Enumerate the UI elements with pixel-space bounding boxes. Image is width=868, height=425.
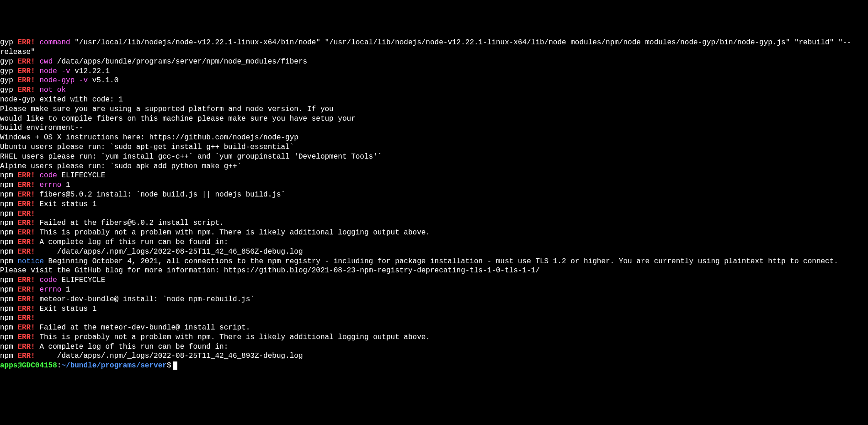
terminal-segment: ELIFECYCLE bbox=[57, 276, 106, 284]
terminal-segment: npm bbox=[0, 257, 17, 266]
terminal-segment: ERR! bbox=[17, 276, 35, 284]
terminal-segment: /data/apps/bundle/programs/server/npm/no… bbox=[53, 58, 307, 66]
terminal-segment: fibers@5.0.2 install: `node build.js || … bbox=[35, 191, 285, 199]
terminal-segment: Exit status 1 bbox=[35, 305, 96, 313]
terminal-segment: A complete log of this run can be found … bbox=[35, 343, 228, 351]
terminal-segment: ERR! bbox=[17, 219, 35, 227]
terminal-segment: Windows + OS X instructions here: https:… bbox=[0, 133, 298, 142]
terminal-segment: node-gyp exited with code: 1 bbox=[0, 96, 123, 104]
terminal-segment: ERR! bbox=[17, 248, 35, 256]
terminal-segment: ERR! bbox=[17, 38, 35, 47]
terminal-segment: gyp bbox=[0, 67, 17, 75]
terminal-segment: ERR! bbox=[17, 171, 35, 180]
terminal-segment: Failed at the meteor-dev-bundle@ install… bbox=[35, 324, 250, 332]
prompt-symbol: $ bbox=[167, 361, 171, 370]
terminal-segment: npm bbox=[0, 219, 17, 227]
terminal-output[interactable]: gyp ERR! command "/usr/local/lib/nodejs/… bbox=[0, 38, 868, 371]
terminal-segment: cwd bbox=[39, 58, 53, 66]
terminal-segment bbox=[35, 38, 40, 47]
terminal-segment: node -v bbox=[39, 67, 70, 75]
terminal-segment: Exit status 1 bbox=[35, 200, 96, 208]
terminal-segment: ERR! bbox=[17, 324, 35, 332]
terminal-segment bbox=[35, 86, 40, 94]
terminal-line: npm ERR! /data/apps/.npm/_logs/2022-08-2… bbox=[0, 247, 868, 257]
terminal-segment: ERR! bbox=[17, 86, 35, 94]
terminal-segment: errno bbox=[39, 181, 61, 189]
terminal-line: npm ERR! Exit status 1 bbox=[0, 304, 868, 314]
terminal-segment: /data/apps/.npm/_logs/2022-08-25T11_42_4… bbox=[35, 248, 303, 256]
terminal-line: npm ERR! code ELIFECYCLE bbox=[0, 171, 868, 181]
terminal-segment: Failed at the fibers@5.0.2 install scrip… bbox=[35, 219, 224, 227]
terminal-line: Windows + OS X instructions here: https:… bbox=[0, 133, 868, 143]
terminal-line: Alpine users please run: `sudo apk add p… bbox=[0, 162, 868, 171]
terminal-segment: node-gyp -v bbox=[39, 76, 88, 85]
terminal-segment: "/usr/local/lib/nodejs/node-v12.22.1-lin… bbox=[0, 38, 852, 56]
terminal-segment: ERR! bbox=[17, 58, 35, 66]
terminal-segment bbox=[35, 76, 40, 85]
terminal-segment: code bbox=[39, 276, 57, 284]
terminal-segment: npm bbox=[0, 181, 17, 189]
terminal-segment: 1 bbox=[61, 286, 70, 294]
terminal-segment: ERR! bbox=[17, 295, 35, 303]
terminal-segment: A complete log of this run can be found … bbox=[35, 238, 228, 246]
prompt-separator: : bbox=[57, 361, 62, 370]
terminal-line: npm ERR! /data/apps/.npm/_logs/2022-08-2… bbox=[0, 351, 868, 361]
terminal-segment bbox=[35, 171, 40, 180]
terminal-segment: ERR! bbox=[17, 286, 35, 294]
terminal-line: npm ERR! errno 1 bbox=[0, 181, 868, 190]
terminal-line: gyp ERR! not ok bbox=[0, 85, 868, 95]
terminal-segment bbox=[35, 181, 40, 189]
terminal-segment: command bbox=[39, 38, 70, 47]
terminal-segment: v5.1.0 bbox=[88, 76, 118, 85]
terminal-segment: gyp bbox=[0, 86, 17, 94]
terminal-segment: npm bbox=[0, 343, 17, 351]
terminal-line: gyp ERR! cwd /data/apps/bundle/programs/… bbox=[0, 57, 868, 67]
terminal-line: RHEL users please run: `yum install gcc-… bbox=[0, 152, 868, 162]
terminal-segment: ERR! bbox=[17, 191, 35, 199]
terminal-segment: npm bbox=[0, 210, 17, 218]
cursor-icon bbox=[173, 361, 177, 370]
terminal-segment: build environment-- bbox=[0, 124, 83, 132]
prompt-path: ~/bundle/programs/server bbox=[61, 361, 166, 370]
terminal-line: npm ERR! Exit status 1 bbox=[0, 200, 868, 209]
terminal-segment bbox=[35, 58, 40, 66]
terminal-segment: ERR! bbox=[17, 343, 35, 351]
terminal-line: npm ERR! A complete log of this run can … bbox=[0, 238, 868, 247]
terminal-line: npm notice Beginning October 4, 2021, al… bbox=[0, 257, 868, 276]
terminal-line: npm ERR! bbox=[0, 313, 868, 323]
terminal-line: gyp ERR! node -v v12.22.1 bbox=[0, 67, 868, 76]
terminal-segment: ERR! bbox=[17, 181, 35, 189]
terminal-segment: npm bbox=[0, 191, 17, 199]
terminal-line: would like to compile fibers on this mac… bbox=[0, 114, 868, 124]
terminal-line: npm ERR! This is probably not a problem … bbox=[0, 228, 868, 238]
terminal-segment: ERR! bbox=[17, 238, 35, 246]
terminal-segment bbox=[35, 276, 40, 284]
terminal-line: npm ERR! errno 1 bbox=[0, 285, 868, 295]
terminal-segment: ERR! bbox=[17, 210, 35, 218]
terminal-segment: ERR! bbox=[17, 228, 35, 237]
terminal-segment: Ubuntu users please run: `sudo apt-get i… bbox=[0, 143, 294, 151]
terminal-segment: RHEL users please run: `yum install gcc-… bbox=[0, 153, 382, 161]
terminal-line: npm ERR! bbox=[0, 209, 868, 219]
terminal-segment: ERR! bbox=[17, 333, 35, 341]
terminal-segment: ERR! bbox=[17, 305, 35, 313]
terminal-segment: npm bbox=[0, 295, 17, 303]
terminal-line: npm ERR! code ELIFECYCLE bbox=[0, 276, 868, 285]
terminal-segment: Alpine users please run: `sudo apk add p… bbox=[0, 162, 241, 170]
terminal-segment: ERR! bbox=[17, 314, 35, 322]
terminal-segment: npm bbox=[0, 324, 17, 332]
terminal-line: npm ERR! Failed at the meteor-dev-bundle… bbox=[0, 323, 868, 333]
terminal-segment: code bbox=[39, 171, 57, 180]
terminal-line: gyp ERR! node-gyp -v v5.1.0 bbox=[0, 76, 868, 85]
terminal-segment: ERR! bbox=[17, 352, 35, 360]
terminal-line: npm ERR! Failed at the fibers@5.0.2 inst… bbox=[0, 218, 868, 228]
terminal-line: gyp ERR! command "/usr/local/lib/nodejs/… bbox=[0, 38, 868, 57]
terminal-segment: npm bbox=[0, 248, 17, 256]
terminal-segment: not ok bbox=[39, 86, 66, 94]
terminal-line: build environment-- bbox=[0, 123, 868, 133]
terminal-segment: npm bbox=[0, 276, 17, 284]
prompt-line[interactable]: apps@GDC04158:~/bundle/programs/server$ bbox=[0, 361, 868, 371]
terminal-segment: 1 bbox=[61, 181, 70, 189]
terminal-line: npm ERR! This is probably not a problem … bbox=[0, 333, 868, 342]
terminal-segment: npm bbox=[0, 228, 17, 237]
